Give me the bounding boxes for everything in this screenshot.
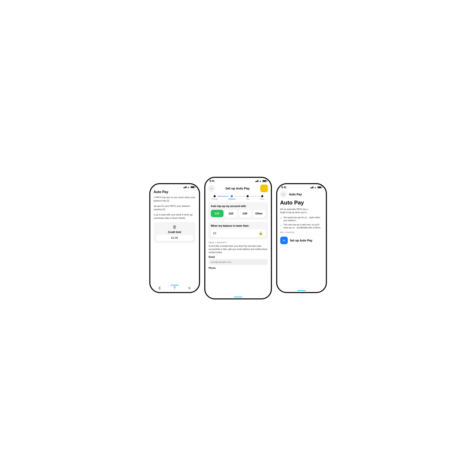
credit-label: Credit limit	[168, 231, 181, 234]
check-text-2: Your auto top-up is paid card, so you'll…	[284, 223, 323, 229]
right-wifi-icon: ▲	[314, 186, 317, 189]
right-back-button[interactable]: ←	[280, 191, 287, 198]
left-nav-menu[interactable]: ≡	[188, 286, 190, 290]
center-app-title: Set up Auto Pay	[225, 187, 250, 190]
step-line-2	[235, 196, 246, 196]
right-nav-pounds[interactable]: £	[315, 291, 317, 293]
right-status-bar: 9:41 ▲	[277, 184, 326, 190]
left-wifi-icon: ▲	[187, 186, 190, 188]
pounds-icon[interactable]: £	[159, 286, 161, 290]
step-pay: Pay	[246, 195, 249, 200]
center-nav-help[interactable]: ?	[250, 298, 252, 299]
balance-value: £2	[213, 232, 216, 235]
right-bottom-bar: ⌂ ⌘ £	[277, 289, 326, 293]
receipt-desc: If you'd like a receipt when your Auto P…	[209, 244, 268, 254]
left-nav-pounds[interactable]: £	[159, 286, 161, 290]
right-time: 9:41	[281, 186, 287, 189]
right-signal-icon	[310, 186, 313, 188]
balance-section: When my balance is lower than: £2 🔒	[208, 222, 268, 239]
menu-icon[interactable]: ≡	[188, 286, 190, 290]
meter-icon[interactable]: ⌘	[224, 298, 228, 299]
balance-input-row: £2 🔒	[211, 229, 265, 237]
right-nav-home[interactable]: ⌂	[286, 291, 288, 293]
center-phone: 9:41 ▲ ← Set up Auto Pay ⚡	[204, 177, 272, 299]
center-time: 9:41	[210, 180, 215, 183]
left-status-bar: ▲	[150, 184, 199, 189]
back-button[interactable]: ←	[208, 185, 215, 192]
center-blue-line	[234, 297, 242, 297]
left-battery-icon	[190, 186, 195, 188]
checkmark-1: ✓	[280, 216, 282, 222]
amount-section: Auto top-up my account with: £10 £20 £30…	[208, 202, 268, 220]
step-line-3	[249, 196, 260, 196]
center-bottom-nav: ⌂ ⌘ £ ? ≡	[205, 298, 271, 299]
center-status-bar: 9:41 ▲	[205, 178, 271, 183]
checkmark-2: ✓	[280, 223, 282, 229]
lock-icon: 🔒	[259, 231, 263, 235]
left-body-text-2: op-ups for your PAYG your balance reache…	[154, 204, 196, 211]
lightning-button[interactable]: ⚡	[260, 185, 268, 192]
right-meter-icon[interactable]: ⌘	[300, 292, 303, 293]
left-card: 🗑 Credit limit £2.00	[154, 222, 196, 243]
amount-btn-other[interactable]: Other	[253, 210, 265, 217]
email-label: Email	[209, 256, 268, 258]
setup-auto-pay-button[interactable]: ∞ Set up Auto Pay	[280, 237, 323, 244]
check-item-1: ✓ Set repeat top-ups for yo... meter whe…	[280, 216, 323, 222]
right-pounds-icon[interactable]: £	[315, 291, 317, 293]
left-signal-icon	[183, 186, 187, 188]
right-app-title: Auto Pay	[289, 193, 302, 196]
left-header-title: Auto Pay	[150, 189, 199, 196]
infinity-icon: ∞	[280, 237, 288, 244]
check-item-2: ✓ Your auto top-up is paid card, so you'…	[280, 223, 323, 229]
credit-value: £2.00	[156, 235, 193, 241]
center-signal-icon	[255, 180, 258, 182]
topup-title: Auto top-up my account with:	[211, 205, 265, 208]
email-input[interactable]	[209, 259, 268, 265]
right-home-icon[interactable]: ⌂	[286, 291, 288, 293]
trash-icon: 🗑	[172, 224, 177, 229]
center-wifi-icon: ▲	[259, 180, 262, 182]
center-nav-pounds[interactable]: £	[238, 298, 239, 299]
center-content: ← Set up Auto Pay ⚡ Energy Amount	[205, 183, 271, 299]
center-help-icon[interactable]: ?	[250, 298, 252, 299]
right-status-icons: ▲	[310, 186, 322, 189]
back-icon: ←	[210, 187, 213, 190]
amount-btn-30[interactable]: £30	[239, 210, 252, 217]
setup-btn-label: Set up Auto Pay	[290, 239, 313, 242]
left-blue-line	[170, 285, 179, 286]
center-nav-home[interactable]: ⌂	[212, 298, 215, 299]
right-divider	[280, 235, 323, 235]
left-nav-help[interactable]: ?	[173, 286, 175, 290]
infinity-symbol: ∞	[283, 238, 285, 242]
right-battery-icon	[317, 186, 322, 188]
right-blue-line	[297, 290, 306, 291]
center-pounds-icon[interactable]: £	[238, 298, 239, 299]
lightning-icon: ⚡	[262, 186, 266, 191]
center-nav-meter[interactable]: ⌘	[224, 298, 228, 299]
step-dot-amount	[231, 195, 233, 197]
left-phone: ▲ Auto Pay c PAYG top-ups so you never w…	[149, 183, 200, 293]
step-label-done: Done	[260, 198, 265, 200]
center-menu-icon[interactable]: ≡	[261, 298, 264, 299]
step-amount: Amount	[228, 195, 235, 200]
right-nav-meter[interactable]: ⌘	[300, 292, 303, 293]
home-icon[interactable]: ⌂	[212, 298, 215, 299]
right-app-header: ← Auto Pay	[277, 190, 326, 199]
center-battery-icon	[262, 180, 267, 182]
left-bottom-bar: £ ? ≡	[150, 283, 199, 292]
receipt-section: NEED A RECEIPT? If you'd like a receipt …	[208, 241, 268, 269]
screenshot-container: ▲ Auto Pay c PAYG top-ups so you never w…	[122, 177, 354, 299]
center-status-icons: ▲	[255, 180, 267, 182]
right-big-title: Auto Pay	[280, 199, 323, 206]
amount-btn-20[interactable]: £20	[225, 210, 238, 217]
step-dot-pay	[247, 195, 249, 197]
receipt-label: NEED A RECEIPT?	[209, 241, 268, 244]
left-bottom-nav: £ ? ≡	[150, 286, 199, 290]
left-body-text-3: o-up is paid with your bank ll never go …	[154, 213, 196, 220]
right-phone: 9:41 ▲ ← Auto Pay Auto Pay Set up automa…	[276, 183, 327, 293]
amount-btn-10[interactable]: £10	[211, 210, 223, 217]
step-line-1	[218, 196, 228, 196]
center-nav-menu[interactable]: ≡	[261, 298, 264, 299]
balance-title: When my balance is lower than:	[211, 224, 265, 227]
help-icon[interactable]: ?	[173, 286, 175, 290]
